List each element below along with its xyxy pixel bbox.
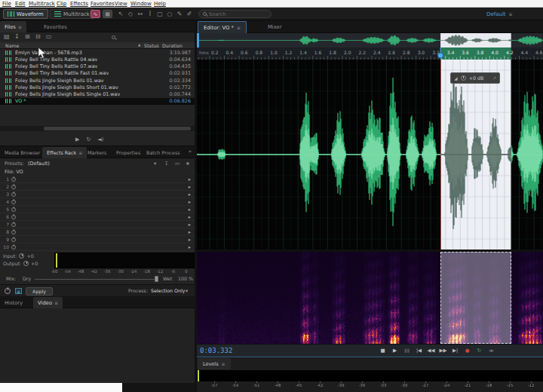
tab-media-browser[interactable]: Media Browser [0,147,44,158]
time-display[interactable]: 0:03.332 [200,347,232,354]
time-selection-tool-icon[interactable]: I [146,10,155,18]
stop-button[interactable]: ■ [378,346,388,356]
file-row[interactable]: Foley Bell Tiny Bells Rattle 07.wav0:04.… [0,63,195,70]
slot-power-icon[interactable] [11,222,16,227]
tab-history[interactable]: History [0,297,27,308]
tab-batch-process[interactable]: Batch Process [142,147,185,158]
loop-playback-button[interactable]: ↻ [474,346,484,356]
play-button[interactable]: ▶ [390,346,400,356]
slot-power-icon[interactable] [11,192,16,197]
slot-arrow-icon[interactable]: ▸ [189,222,191,228]
tab-levels[interactable]: Levels ≡ [198,358,231,369]
paintbrush-tool-icon[interactable]: ✎ [175,10,184,18]
slot-power-icon[interactable] [11,185,16,189]
menu-view[interactable]: View [115,0,127,8]
slot-arrow-icon[interactable]: ▸ [189,214,191,220]
apply-button[interactable]: Apply [26,287,53,296]
slot-power-icon[interactable] [11,237,16,242]
slot-arrow-icon[interactable]: ▸ [189,199,191,205]
hud-volume-knob[interactable] [461,75,466,81]
menu-help[interactable]: Help [154,0,166,8]
skip-to-start-button[interactable]: |◀ [414,346,424,356]
rack-toggle-icon[interactable]: ≡ [15,288,22,294]
spot-healing-brush-tool-icon[interactable]: ✐ [185,10,194,18]
file-row[interactable]: VO *0:06.826 [0,98,195,105]
effect-slot-2[interactable]: 2▸ [0,183,195,191]
effect-slot-5[interactable]: 5▸ [0,206,195,213]
rewind-button[interactable]: ◀◀ [426,346,436,356]
slot-arrow-icon[interactable]: ▸ [189,229,191,235]
menu-edit[interactable]: Edit [15,0,26,8]
pause-button[interactable]: ▮▮ [402,346,412,356]
output-gain-control[interactable]: Output: +0 [3,261,38,266]
menu-effects[interactable]: Effects [70,0,88,8]
column-duration[interactable]: Duration [162,43,183,48]
move-tool-icon[interactable]: ↖ [116,10,125,18]
waveform-view-button[interactable]: Waveform [3,9,48,19]
tab-editor-vo[interactable]: Editor: VO * ≡ [198,21,247,33]
menu-multitrack[interactable]: Multitrack [29,0,55,8]
skip-selection-button[interactable]: ◃▹ [486,346,496,356]
menu-file[interactable]: File [2,0,11,8]
preset-value[interactable]: (Default) [28,161,50,167]
waveform-display-icon[interactable]: ∿ [90,10,100,18]
effect-slot-9[interactable]: 9▸ [0,236,195,243]
waveform-display[interactable] [197,60,543,250]
process-value[interactable]: Selection Only [151,288,185,293]
loop-playback-icon[interactable]: ↻ [86,136,90,142]
slot-power-icon[interactable] [11,215,16,219]
slot-arrow-icon[interactable]: ▸ [189,207,191,213]
effect-slot-10[interactable]: 10▸ [0,243,195,251]
tab-overflow-icon[interactable]: » [189,149,192,155]
overview-strip[interactable] [197,33,543,47]
output-knob-icon[interactable] [23,261,29,266]
effect-slot-3[interactable]: 3▸ [0,191,195,198]
fast-forward-button[interactable]: ▶▶ [438,346,448,356]
slot-arrow-icon[interactable]: ▸ [189,191,191,198]
insert-into-multitrack-icon[interactable]: ⊟ [35,33,41,40]
open-file-icon[interactable]: ▤ [4,33,10,40]
tab-video[interactable]: Video ≡ [33,297,63,308]
file-row[interactable]: Foley Bells Jingle Sleigh Bells 01.wav0:… [0,77,195,84]
spectrogram-selection[interactable] [440,252,511,344]
slip-tool-icon[interactable]: ↔ [136,10,145,18]
new-file-icon[interactable]: ⊞ [25,33,30,40]
file-row[interactable]: Emlyn Vaughan - 5678.mp33:19.987 [0,49,195,56]
delete-file-icon[interactable]: ▭ [46,33,52,40]
tab-markers[interactable]: Markers [83,147,111,158]
files-horizontal-scrollbar[interactable] [0,126,195,131]
slot-arrow-icon[interactable]: ▸ [189,244,191,250]
workspace-selector[interactable]: Default ≡ [486,9,513,19]
column-status[interactable]: Status [144,43,159,48]
menu-window[interactable]: Window [130,0,152,8]
slot-power-icon[interactable] [11,207,16,212]
slot-power-icon[interactable] [11,177,16,182]
tab-mixer[interactable]: Mixer [260,21,290,33]
preset-dropdown-icon[interactable]: ▾ [154,161,156,167]
search-icon[interactable] [112,35,115,39]
razor-tool-icon[interactable]: ◇ [126,10,135,18]
slot-arrow-icon[interactable]: ▸ [189,176,191,182]
spectral-display-icon[interactable]: ▦ [103,10,112,18]
mix-slider-track[interactable] [35,279,157,280]
effect-slot-4[interactable]: 4▸ [0,198,195,206]
import-file-icon[interactable]: ↧ [14,33,20,40]
file-row[interactable]: Foley Bell Tiny Bells Rattle 04.wav0:04.… [0,56,195,63]
slot-power-icon[interactable] [11,200,16,204]
speaker-icon[interactable]: ◄⟩ [97,136,103,142]
effect-slot-7[interactable]: 7▸ [0,221,195,228]
skip-to-end-button[interactable]: ▶| [450,346,460,356]
effect-slot-8[interactable]: 8▸ [0,228,195,236]
lasso-selection-tool-icon[interactable]: ○ [165,10,174,18]
menu-clip[interactable]: Clip [57,0,66,8]
slot-arrow-icon[interactable]: ▸ [189,184,191,190]
multitrack-view-button[interactable]: Multitrack [50,9,94,19]
input-knob-icon[interactable] [19,253,24,259]
mix-slider-handle[interactable] [155,276,158,282]
slot-power-icon[interactable] [11,245,16,250]
files-list-header[interactable]: Name ▲ Status Duration [0,42,195,49]
slot-arrow-icon[interactable]: ▸ [189,237,191,243]
rack-power-icon[interactable] [5,288,11,294]
record-button[interactable]: ● [462,346,472,356]
volume-hud[interactable]: ◢ +0 dB ↗ [450,72,500,84]
